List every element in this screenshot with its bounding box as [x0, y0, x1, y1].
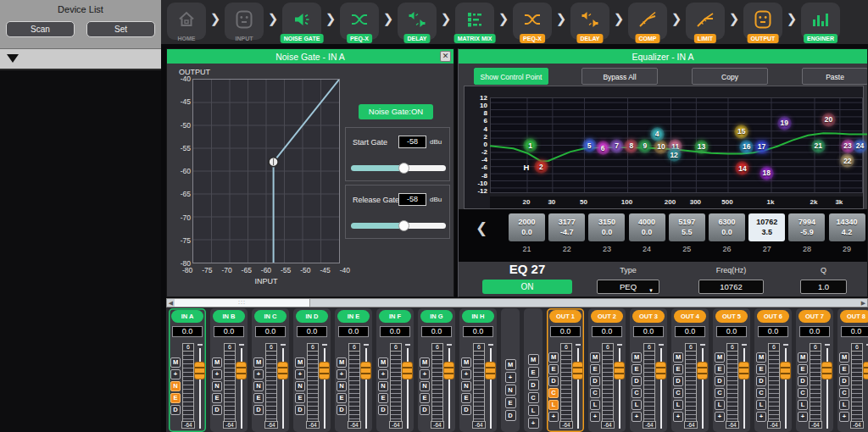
band-cell-22[interactable]: 3177-4.7 — [548, 213, 585, 241]
scroll-right-icon[interactable]: ▶ — [860, 299, 867, 307]
eq-control-point-21[interactable]: 21 — [811, 139, 826, 153]
channel-button-l[interactable]: L — [548, 400, 559, 410]
eq-hpf-handle[interactable]: H — [523, 163, 529, 172]
channel-button-d[interactable]: D — [170, 405, 181, 415]
master-button-c[interactable]: C — [528, 392, 539, 403]
eq-control-point-4[interactable]: 4 — [650, 127, 665, 141]
channel-strip-in-b[interactable]: IN B0.0M+NED6-64 — [210, 308, 248, 432]
channel-fader[interactable] — [615, 344, 625, 429]
toolbar-item-input[interactable]: INPUT — [225, 3, 264, 40]
channel-gain-value[interactable]: 0.0 — [550, 326, 581, 337]
channel-button-m[interactable]: M — [420, 357, 430, 368]
channel-button-l[interactable]: L — [590, 400, 600, 410]
band-cell-27[interactable]: 107623.5 — [748, 213, 785, 241]
channel-strip-out-5[interactable]: OUT 50.0MEDCL+6-64 — [713, 308, 750, 432]
channel-gain-value[interactable]: 0.0 — [255, 326, 286, 337]
channel-button-d[interactable]: D — [798, 376, 808, 386]
release-gate-slider[interactable] — [351, 223, 446, 229]
channel-gain-value[interactable]: 0.0 — [758, 326, 788, 337]
channel-fader[interactable] — [445, 344, 454, 429]
copy-button[interactable]: Copy — [692, 68, 768, 85]
band-cell-25[interactable]: 51975.5 — [669, 213, 705, 241]
channel-strip-out-1[interactable]: OUT 10.0MEDCL+6-64 — [547, 308, 584, 432]
channel-gain-value[interactable]: 0.0 — [380, 326, 410, 337]
channel-button-m[interactable]: M — [548, 352, 559, 363]
channel-button-d[interactable]: D — [461, 405, 471, 415]
eq-control-point-20[interactable]: 20 — [821, 113, 836, 127]
master-button-m[interactable]: M — [528, 354, 539, 365]
band-cell-28[interactable]: 7994-5.9 — [788, 213, 825, 241]
gate-graph[interactable] — [192, 79, 340, 263]
channel-button-c[interactable]: C — [756, 388, 766, 398]
channel-button-l[interactable]: L — [673, 400, 683, 410]
eq-control-point-18[interactable]: 18 — [760, 166, 774, 180]
eq-control-point-12[interactable]: 12 — [667, 147, 682, 162]
fader-handle[interactable] — [277, 362, 288, 379]
channel-button-e[interactable]: E — [715, 364, 725, 374]
fader-handle[interactable] — [443, 362, 454, 379]
channel-button-m[interactable]: M — [461, 357, 471, 368]
channel-gain-value[interactable]: 0.0 — [297, 326, 327, 337]
eq-control-point-13[interactable]: 13 — [694, 140, 709, 154]
mixer-scrollbar[interactable]: ◀ ::: ▶ — [166, 298, 868, 307]
device-dropdown[interactable] — [0, 49, 161, 70]
channel-button-m[interactable]: M — [590, 352, 600, 363]
channel-strip-in-e[interactable]: IN E0.0M+NED6-64 — [335, 308, 372, 432]
channel-fader[interactable] — [487, 344, 496, 429]
release-gate-slider-thumb[interactable] — [398, 220, 409, 231]
channel-fader[interactable] — [823, 344, 832, 429]
channel-strip-out-7[interactable]: OUT 70.0MEDCL+6-64 — [796, 308, 833, 432]
channel-button--[interactable]: + — [590, 412, 600, 422]
channel-button-m[interactable]: M — [632, 352, 642, 363]
channel-button--[interactable]: + — [378, 369, 388, 379]
channel-fader[interactable] — [403, 344, 413, 429]
noise-gate-titlebar[interactable]: Noise Gate - IN A ✕ — [167, 49, 453, 64]
scan-button[interactable]: Scan — [6, 21, 75, 37]
master-button--[interactable]: + — [528, 418, 539, 429]
eq-control-point-8[interactable]: 8 — [624, 139, 638, 153]
channel-gain-value[interactable]: 0.0 — [592, 326, 622, 337]
eq-control-point-1[interactable]: 1 — [523, 138, 537, 152]
band-on-button[interactable]: ON — [482, 280, 572, 294]
channel-button--[interactable]: + — [715, 412, 725, 422]
bypass-all-button[interactable]: Bypass All — [581, 68, 658, 85]
channel-gain-value[interactable]: 0.0 — [172, 326, 203, 337]
scroll-left-icon[interactable]: ◀ — [167, 299, 175, 307]
toolbar-item-matrix-mix[interactable]: MATRIX MIX — [455, 3, 494, 40]
channel-button-d[interactable]: D — [212, 405, 222, 415]
channel-gain-value[interactable]: 0.0 — [421, 326, 452, 337]
toolbar-item-noise-gate[interactable]: NOISE GATE — [282, 3, 321, 40]
channel-button-n[interactable]: N — [378, 381, 388, 391]
channel-button-c[interactable]: C — [590, 388, 600, 398]
channel-button--[interactable]: + — [212, 369, 222, 379]
channel-button-c[interactable]: C — [839, 388, 849, 398]
fader-handle[interactable] — [738, 362, 749, 379]
toolbar-item-delay[interactable]: DELAY — [398, 3, 437, 40]
channel-button-m[interactable]: M — [253, 357, 264, 368]
channel-button-d[interactable]: D — [756, 376, 766, 386]
master-button-d[interactable]: D — [505, 410, 516, 421]
eq-control-point-16[interactable]: 16 — [739, 140, 754, 154]
eq-control-point-2[interactable]: 2 — [534, 159, 548, 174]
channel-button-d[interactable]: D — [632, 376, 642, 386]
channel-button--[interactable]: + — [673, 412, 683, 422]
channel-button--[interactable]: + — [839, 412, 849, 422]
channel-gain-value[interactable]: 0.0 — [633, 326, 664, 337]
channel-button--[interactable]: + — [756, 412, 766, 422]
channel-button-d[interactable]: D — [420, 405, 430, 415]
channel-gain-value[interactable]: 0.0 — [214, 326, 244, 337]
channel-fader[interactable] — [740, 344, 749, 429]
channel-button-e[interactable]: E — [170, 393, 181, 403]
channel-strip-out-2[interactable]: OUT 20.0MEDCL+6-64 — [588, 308, 626, 432]
band-cell-29[interactable]: 143404.2 — [829, 213, 865, 241]
eq-control-point-15[interactable]: 15 — [734, 125, 748, 139]
channel-button--[interactable]: + — [548, 412, 559, 422]
channel-button-e[interactable]: E — [756, 364, 766, 374]
start-gate-slider-thumb[interactable] — [398, 163, 409, 174]
channel-button-d[interactable]: D — [590, 376, 600, 386]
set-button[interactable]: Set — [86, 21, 155, 37]
noise-gate-on-button[interactable]: Noise Gate:ON — [359, 104, 433, 119]
show-control-point-button[interactable]: Show Control Point — [474, 68, 548, 85]
toolbar-item-home[interactable]: HOME — [167, 3, 206, 40]
channel-strip-in-d[interactable]: IN D0.0M+NED6-64 — [293, 308, 331, 432]
